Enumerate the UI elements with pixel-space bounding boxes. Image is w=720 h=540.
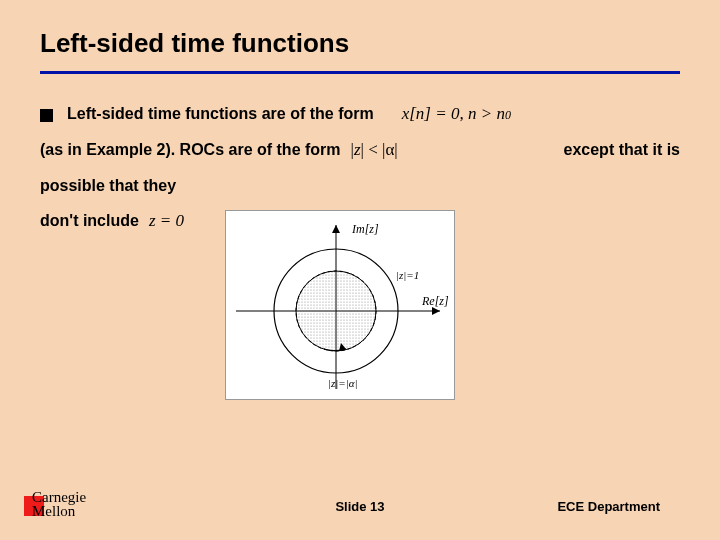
svg-marker-4 <box>332 225 340 233</box>
roc-diagram-svg: Im[z] Re[z] |z|=1 |z|=|α| <box>226 211 454 399</box>
bullet-line-3: possible that they <box>40 171 680 201</box>
logo-text-bottom: Mellon <box>32 503 75 520</box>
bullet-text-4: don't include <box>40 206 139 236</box>
bullet-text-3: possible that they <box>40 177 176 194</box>
bullet-line-1: Left-sided time functions are of the for… <box>40 98 680 130</box>
slide-number: Slide 13 <box>335 499 384 514</box>
square-bullet-icon <box>40 109 53 122</box>
svg-marker-2 <box>432 307 440 315</box>
department-label: ECE Department <box>557 499 660 514</box>
diagram-unit-label: |z|=1 <box>396 269 419 281</box>
diagram-alpha-label: |z|=|α| <box>328 377 358 389</box>
math-xn: x[n] = 0, n > n0 <box>402 98 511 130</box>
carnegie-mellon-logo: Carnegie Mellon <box>24 490 114 522</box>
bullet-text-2-left: (as in Example 2). ROCs are of the form <box>40 135 341 165</box>
footer: Carnegie Mellon Slide 13 ECE Department <box>0 490 720 522</box>
roc-diagram: Im[z] Re[z] |z|=1 |z|=|α| <box>225 210 455 400</box>
diagram-im-label: Im[z] <box>351 222 379 236</box>
title-bar: Left-sided time functions <box>0 0 720 69</box>
math-roc: |z| < |α| <box>351 134 398 166</box>
slide-title: Left-sided time functions <box>40 28 680 59</box>
math-z0: z = 0 <box>149 205 184 237</box>
diagram-re-label: Re[z] <box>421 294 449 308</box>
bullet-text-1: Left-sided time functions are of the for… <box>67 99 374 129</box>
bullet-text-2-right: except that it is <box>564 135 680 165</box>
bullet-line-2: (as in Example 2). ROCs are of the form … <box>40 134 680 166</box>
